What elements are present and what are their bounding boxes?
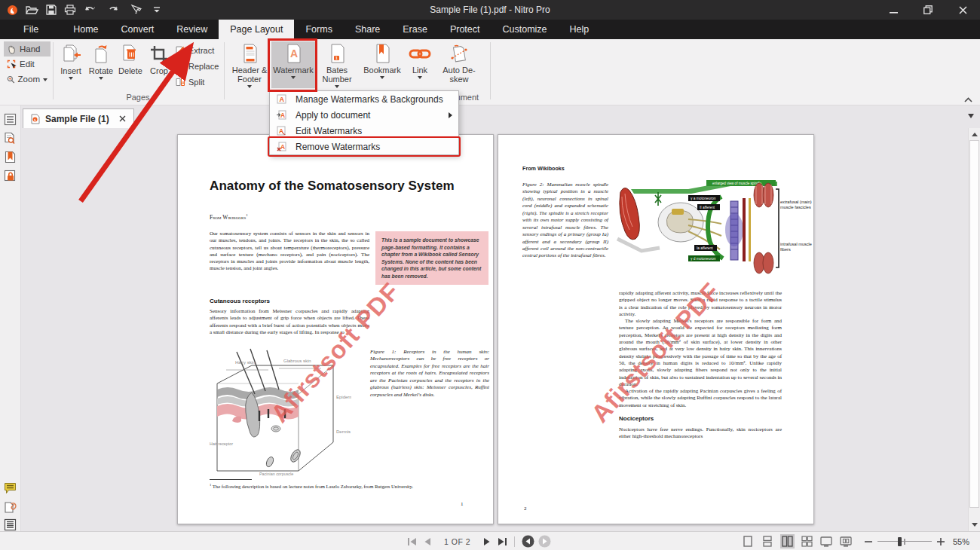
tab-help[interactable]: Help — [559, 20, 601, 39]
bookmarks-panel-icon[interactable] — [4, 151, 17, 167]
single-page-view-icon[interactable] — [741, 534, 755, 548]
hand-tool-button[interactable]: Hand — [4, 41, 51, 57]
save-button[interactable] — [44, 2, 59, 17]
customize-quick-access-button[interactable] — [151, 2, 163, 17]
pdf-page-1: Anatomy of the Somatosensory System From… — [177, 134, 494, 524]
collapse-ribbon-icon[interactable] — [964, 92, 972, 105]
figure-1-skin-diagram: Hairy skin Glabrous skin Epidermis Dermi… — [207, 344, 351, 481]
menu-item-apply-to-document[interactable]: A Apply to document — [270, 107, 458, 123]
bates-number-button[interactable]: 1 Bates Number — [315, 41, 359, 88]
document-canvas[interactable]: Anatomy of the Somatosensory System From… — [21, 128, 968, 531]
svg-text:A: A — [279, 127, 283, 135]
tab-review[interactable]: Review — [165, 20, 219, 39]
insert-dropdown-caret — [69, 77, 73, 80]
redo-button[interactable] — [104, 2, 124, 17]
next-page-icon[interactable] — [483, 537, 491, 546]
replace-pages-icon — [175, 61, 185, 72]
delete-pages-button[interactable]: Delete — [116, 41, 145, 80]
scroll-down-icon[interactable] — [971, 522, 978, 527]
svg-text:Glabrous skin: Glabrous skin — [283, 359, 311, 363]
zoom-out-icon[interactable] — [865, 538, 872, 545]
tab-file[interactable]: File — [12, 20, 50, 39]
edit-tool-button[interactable]: Edit — [4, 57, 51, 72]
last-page-icon[interactable] — [498, 537, 507, 546]
byline: From Wikibooks1 — [210, 213, 248, 221]
edit-icon — [7, 60, 17, 69]
continuous-facing-view-icon[interactable] — [800, 534, 814, 548]
insert-pages-button[interactable]: Insert — [56, 41, 86, 80]
nitro-logo-icon — [5, 2, 20, 17]
zoom-in-icon[interactable] — [937, 538, 945, 545]
zoom-slider[interactable] — [877, 536, 932, 547]
title-bar: Sample File (1).pdf - Nitro Pro — [0, 0, 980, 20]
zoom-dropdown-caret — [43, 78, 47, 81]
previous-view-icon[interactable] — [522, 535, 534, 548]
select-tool-button[interactable] — [127, 2, 148, 17]
security-panel-icon[interactable] — [4, 170, 17, 185]
first-page-icon[interactable] — [407, 537, 417, 546]
full-screen-view-icon[interactable] — [819, 534, 834, 548]
watermark-apply-icon: A — [277, 110, 286, 120]
bookmark-button[interactable]: Bookmark — [359, 41, 406, 88]
svg-text:γ d motoneuron: γ d motoneuron — [691, 257, 716, 261]
scrollbar-thumb[interactable] — [969, 140, 979, 508]
close-button[interactable] — [945, 0, 980, 20]
scroll-up-icon[interactable] — [971, 132, 978, 137]
zoom-slider-thumb[interactable] — [898, 537, 902, 546]
presentation-view-icon[interactable] — [839, 534, 853, 548]
undo-button[interactable] — [81, 2, 101, 17]
rotate-pages-button[interactable]: Rotate — [86, 41, 116, 80]
tab-erase[interactable]: Erase — [391, 20, 439, 39]
continuous-view-icon[interactable] — [761, 534, 775, 548]
tab-share[interactable]: Share — [344, 20, 391, 39]
previous-page-icon[interactable] — [424, 537, 431, 546]
tab-protect[interactable]: Protect — [439, 20, 492, 39]
link-icon — [409, 43, 431, 66]
restore-button[interactable] — [911, 0, 945, 20]
document-tab[interactable]: Sample File (1) — [23, 108, 134, 128]
paragraph: Our somatosensory system consists of sen… — [210, 231, 369, 273]
watermark-dropdown-menu: A Manage Watermarks & Backgrounds A Appl… — [269, 90, 459, 155]
split-pages-button[interactable]: A Split — [175, 74, 222, 90]
facing-pages-view-icon[interactable] — [780, 534, 795, 548]
menu-item-manage-watermarks[interactable]: A Manage Watermarks & Backgrounds — [270, 91, 458, 107]
attachments-panel-icon[interactable] — [4, 501, 17, 517]
quick-access-toolbar — [0, 2, 163, 17]
link-button[interactable]: Link — [406, 41, 434, 88]
replace-pages-button[interactable]: Replace — [175, 58, 222, 74]
tab-home[interactable]: Home — [62, 20, 109, 39]
tab-convert[interactable]: Convert — [110, 20, 166, 39]
watermark-button[interactable]: A Watermark — [271, 41, 315, 88]
menu-item-remove-watermarks[interactable]: A Remove Watermarks — [270, 139, 458, 154]
zoom-tool-button[interactable]: Zoom — [4, 72, 51, 87]
comments-panel-icon[interactable] — [4, 482, 17, 498]
tab-customize[interactable]: Customize — [492, 20, 559, 39]
auto-deskew-icon — [448, 43, 470, 66]
close-tab-icon[interactable] — [119, 115, 126, 122]
print-button[interactable] — [62, 2, 78, 17]
watermark-dropdown-caret — [291, 76, 296, 79]
open-file-button[interactable] — [23, 2, 41, 17]
tab-list-dropdown-icon[interactable] — [968, 114, 974, 118]
page-search-icon[interactable] — [4, 132, 17, 148]
minimize-button[interactable] — [876, 0, 911, 20]
paragraph: Sensory information from Meissner corpus… — [210, 308, 369, 336]
menu-item-edit-watermarks[interactable]: A Edit Watermarks — [270, 123, 458, 139]
vertical-scrollbar[interactable] — [968, 128, 980, 531]
section-heading: Cutaneous receptors — [210, 298, 270, 304]
extract-pages-button[interactable]: Extract — [175, 42, 222, 58]
header-footer-icon — [239, 43, 260, 66]
menu-tab-bar: File Home Convert Review Page Layout For… — [0, 20, 980, 39]
pdf-page-2: From Wikibooks Figure 2: Mammalian muscl… — [498, 134, 814, 524]
header-footer-button[interactable]: Header & Footer — [228, 41, 271, 88]
tab-forms[interactable]: Forms — [294, 20, 343, 39]
auto-deskew-button[interactable]: Auto De-skew — [434, 41, 484, 88]
next-view-icon[interactable] — [538, 535, 551, 548]
crop-pages-button[interactable]: Crop — [145, 41, 173, 80]
svg-text:γ a motoneuron: γ a motoneuron — [691, 197, 716, 200]
tab-page-layout[interactable]: Page Layout — [219, 20, 294, 39]
rotate-pages-icon — [90, 43, 112, 66]
nitro-pro-window: { "window": { "title": "Sample File (1).… — [0, 0, 980, 550]
sample-note-box: This is a sample document to showcase pa… — [375, 231, 488, 285]
page-thumbnails-icon[interactable] — [4, 113, 17, 129]
